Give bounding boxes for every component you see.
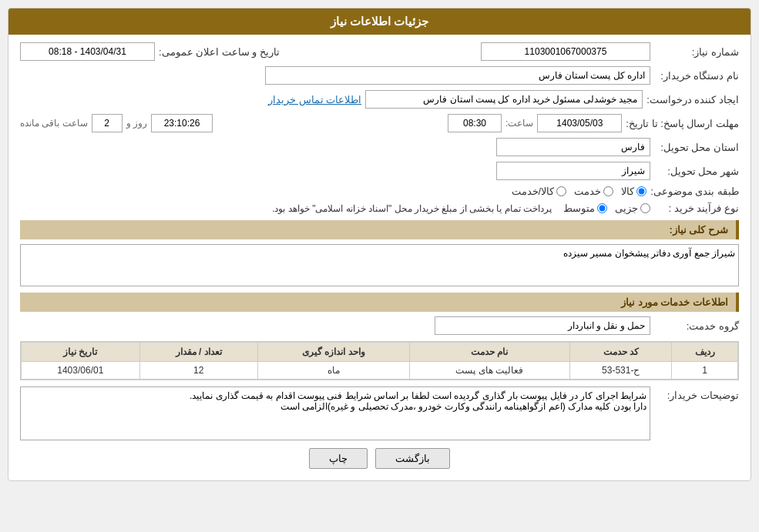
back-button[interactable]: بازگشت	[375, 448, 450, 469]
category-label: طبقه بندی موضوعی:	[650, 186, 739, 197]
buyer-org-input[interactable]	[265, 66, 650, 85]
service-group-input[interactable]	[435, 316, 650, 335]
contact-link[interactable]: اطلاعات تماس خریدار	[268, 94, 361, 105]
cell-row: 1	[672, 362, 738, 380]
purchase-jozi-label: جزیی	[615, 202, 638, 214]
table-row: 1 ح-531-53 فعالیت های پست ماه 12 1403/06…	[22, 362, 738, 380]
col-header-row: ردیف	[672, 343, 738, 362]
action-buttons: بازگشت چاپ	[20, 448, 739, 469]
cell-unit: ماه	[258, 362, 410, 380]
category-kala-radio[interactable]	[636, 186, 646, 196]
send-deadline-label: مهلت ارسال پاسخ: تا تاریخ:	[626, 118, 739, 129]
category-both-radio[interactable]	[556, 186, 566, 196]
cell-qty: 12	[139, 362, 257, 380]
need-number-label: شماره نیاز:	[654, 46, 739, 58]
category-kala-option[interactable]: کالا	[621, 186, 646, 197]
province-input[interactable]	[496, 138, 650, 156]
announce-label: تاریخ و ساعت اعلان عمومی:	[159, 46, 280, 58]
purchase-type-label: نوع فرآیند خرید :	[654, 202, 739, 214]
category-both-label: کالا/خدمت	[512, 186, 555, 197]
col-header-name: نام حدمت	[409, 343, 570, 362]
send-time-input[interactable]	[448, 114, 502, 132]
print-button[interactable]: چاپ	[309, 448, 368, 469]
remaining-label: ساعت باقی مانده	[20, 118, 88, 129]
cell-name: فعالیت های پست	[409, 362, 570, 380]
need-number-input[interactable]	[481, 42, 650, 61]
purchase-mota-radio[interactable]	[597, 203, 607, 213]
purchase-mota-option[interactable]: متوسط	[563, 202, 607, 214]
creator-input[interactable]	[365, 90, 643, 109]
col-header-code: کد حدمت	[570, 343, 672, 362]
remaining-time-input	[151, 114, 213, 132]
col-header-date: تاریخ نیاز	[22, 343, 140, 362]
city-input[interactable]	[496, 162, 650, 180]
category-service-radio[interactable]	[603, 186, 613, 196]
category-service-option[interactable]: خدمت	[574, 186, 613, 197]
description-textarea[interactable]: شیراز جمع آوری دفاتر پیشخوان مسیر سیزده	[20, 244, 739, 286]
buyer-notes-textarea[interactable]: شرایط اجرای کار در فایل پیوست بار گذاری …	[20, 386, 650, 440]
province-label: استان محل تحویل:	[654, 142, 739, 153]
category-service-label: خدمت	[574, 186, 601, 197]
purchase-radio-group: جزیی متوسط	[563, 202, 650, 214]
description-section-header: شرح کلی نیاز:	[20, 220, 739, 239]
services-table: ردیف کد حدمت نام حدمت واحد اندازه گیری ت…	[21, 342, 738, 380]
announce-input[interactable]	[20, 42, 155, 61]
city-label: شهر محل تحویل:	[654, 166, 739, 177]
cell-date: 1403/06/01	[22, 362, 140, 380]
services-section-header: اطلاعات خدمات مورد نیاز	[20, 293, 739, 312]
purchase-jozi-option[interactable]: جزیی	[615, 202, 650, 214]
service-group-label: گروه خدمت:	[654, 320, 739, 332]
col-header-qty: تعداد / مقدار	[139, 343, 257, 362]
buyer-org-label: نام دستگاه خریدار:	[654, 70, 739, 82]
days-input	[92, 114, 123, 132]
category-radio-group: کالا خدمت کالا/خدمت	[512, 186, 647, 197]
creator-label: ایجاد کننده درخواست:	[646, 94, 739, 105]
purchase-jozi-radio[interactable]	[640, 203, 650, 213]
col-header-unit: واحد اندازه گیری	[258, 343, 410, 362]
category-both-option[interactable]: کالا/خدمت	[512, 186, 567, 197]
send-time-label: ساعت:	[505, 118, 533, 129]
send-date-input[interactable]	[537, 114, 622, 132]
purchase-note: پرداخت تمام یا بخشی از مبلغ خریدار محل "…	[272, 203, 552, 214]
buyer-notes-label: توضیحات خریدار:	[654, 386, 739, 401]
category-kala-label: کالا	[621, 186, 634, 197]
cell-code: ح-531-53	[570, 362, 672, 380]
page-header: جزئیات اطلاعات نیاز	[8, 8, 751, 35]
services-table-container: ردیف کد حدمت نام حدمت واحد اندازه گیری ت…	[20, 341, 739, 380]
days-label: روز و	[126, 118, 147, 129]
purchase-mota-label: متوسط	[563, 202, 595, 214]
